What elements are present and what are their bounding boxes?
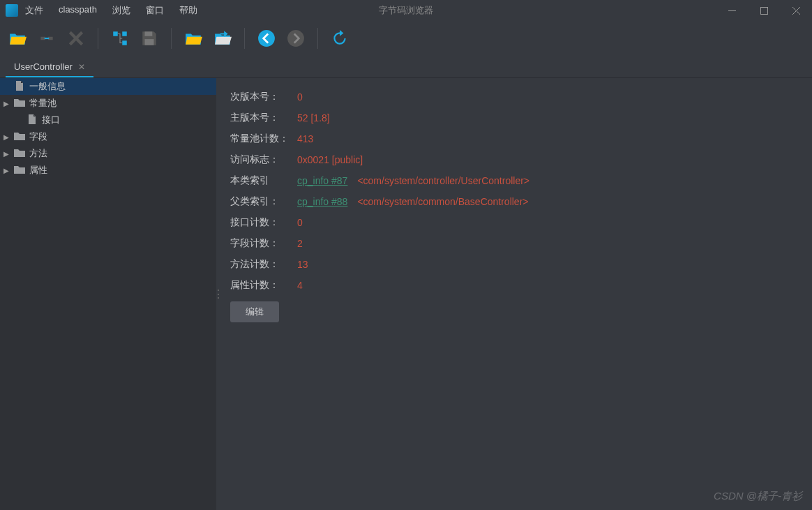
svg-point-8 <box>287 30 304 47</box>
tree-item[interactable]: ▶方法 <box>0 145 216 162</box>
value-method-count: 13 <box>297 259 308 270</box>
menu-help[interactable]: 帮助 <box>179 4 197 17</box>
label-method-count: 方法计数： <box>230 258 297 271</box>
label-major-version: 主版本号： <box>230 112 297 124</box>
tab-usercontroller[interactable]: UserController ✕ <box>6 57 93 77</box>
close-file-icon[interactable] <box>66 28 87 49</box>
app-icon <box>6 4 18 17</box>
title-bar: 文件 classpath 浏览 窗口 帮助 字节码浏览器 <box>0 0 812 21</box>
detail-panel: 次版本号：0 主版本号：52 [1.8] 常量池计数：413 访问标志：0x00… <box>220 78 812 510</box>
value-access-flags: 0x0021 [public] <box>297 154 363 165</box>
label-super-class: 父类索引： <box>230 195 297 208</box>
tree-item-label: 接口 <box>42 114 60 126</box>
tree-item-label: 属性 <box>29 164 47 177</box>
tree-item-label: 方法 <box>29 147 47 160</box>
link-super-class[interactable]: cp_info #88 <box>297 196 347 207</box>
back-icon[interactable] <box>256 28 277 49</box>
label-access-flags: 访问标志： <box>230 153 297 166</box>
svg-point-7 <box>258 30 275 47</box>
connect-icon[interactable] <box>36 28 57 49</box>
open-file-icon[interactable] <box>7 28 28 49</box>
label-field-count: 字段计数： <box>230 237 297 250</box>
export-icon[interactable] <box>212 28 233 49</box>
value-interface-count: 0 <box>297 217 303 228</box>
toolbar <box>0 21 812 56</box>
svg-rect-4 <box>122 40 127 45</box>
save-icon[interactable] <box>139 28 160 49</box>
tab-label: UserController <box>14 61 73 72</box>
window-controls <box>716 0 812 21</box>
maximize-button[interactable] <box>748 0 780 21</box>
value-cp-count: 413 <box>297 133 313 144</box>
value-field-count: 2 <box>297 238 303 249</box>
menu-bar: 文件 classpath 浏览 窗口 帮助 <box>25 4 197 17</box>
tree-item[interactable]: ▶属性 <box>0 162 216 179</box>
tree-item[interactable]: 接口 <box>0 112 216 128</box>
label-attr-count: 属性计数： <box>230 279 297 292</box>
svg-rect-1 <box>45 38 50 39</box>
tree-icon[interactable] <box>110 28 130 49</box>
menu-classpath[interactable]: classpath <box>59 4 97 17</box>
minimize-button[interactable] <box>716 0 748 21</box>
svg-rect-5 <box>145 31 153 36</box>
menu-browse[interactable]: 浏览 <box>112 4 130 17</box>
menu-window[interactable]: 窗口 <box>146 4 164 17</box>
tree-item[interactable]: 一般信息 <box>0 78 216 95</box>
tree-item[interactable]: ▶字段 <box>0 128 216 145</box>
tree-item-label: 一般信息 <box>29 80 66 93</box>
edit-button[interactable]: 编辑 <box>230 301 279 322</box>
label-minor-version: 次版本号： <box>230 91 297 103</box>
refresh-icon[interactable] <box>329 28 350 49</box>
tree-item[interactable]: ▶常量池 <box>0 95 216 112</box>
tree-item-label: 字段 <box>29 130 47 143</box>
watermark: CSDN @橘子-青衫 <box>714 490 802 503</box>
value-minor-version: 0 <box>297 91 303 103</box>
tree-item-label: 常量池 <box>29 97 57 110</box>
label-this-class: 本类索引 <box>230 174 297 187</box>
expand-arrow-icon[interactable]: ▶ <box>3 150 10 158</box>
tab-close-icon[interactable]: ✕ <box>78 62 85 72</box>
svg-rect-2 <box>113 31 118 36</box>
window-title: 字节码浏览器 <box>379 4 433 17</box>
label-interface-count: 接口计数： <box>230 216 297 229</box>
tab-bar: UserController ✕ <box>0 56 812 78</box>
label-cp-count: 常量池计数： <box>230 133 297 145</box>
expand-arrow-icon[interactable]: ▶ <box>3 167 10 174</box>
value-super-class: <com/system/common/BaseController> <box>357 196 528 207</box>
value-attr-count: 4 <box>297 280 303 291</box>
forward-icon[interactable] <box>285 28 306 49</box>
link-this-class[interactable]: cp_info #87 <box>297 175 347 186</box>
sidebar-tree: 一般信息▶常量池接口▶字段▶方法▶属性 <box>0 78 216 510</box>
value-this-class: <com/system/controller/UserController> <box>357 175 529 186</box>
svg-rect-0 <box>760 7 767 14</box>
open-folder-icon[interactable] <box>183 28 204 49</box>
close-button[interactable] <box>780 0 812 21</box>
svg-rect-3 <box>122 31 127 36</box>
expand-arrow-icon[interactable]: ▶ <box>3 133 10 141</box>
value-major-version: 52 [1.8] <box>297 112 330 123</box>
svg-rect-6 <box>145 39 154 45</box>
expand-arrow-icon[interactable]: ▶ <box>3 100 10 107</box>
menu-file[interactable]: 文件 <box>25 4 43 17</box>
